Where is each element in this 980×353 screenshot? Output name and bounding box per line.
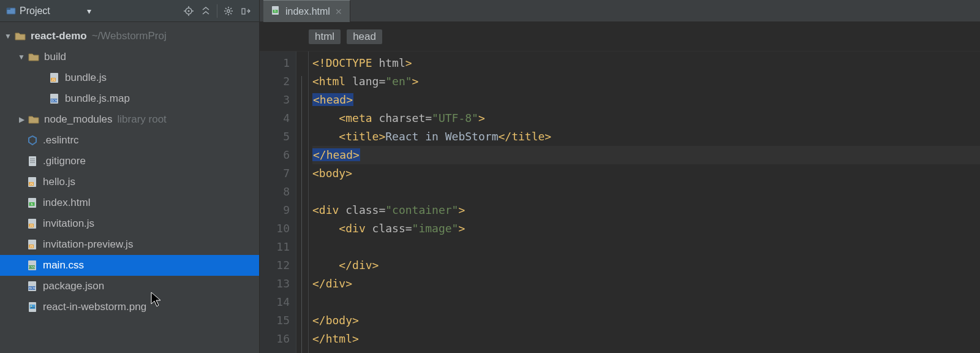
- code-line[interactable]: <!DOCTYPE html>: [312, 54, 980, 72]
- code-line[interactable]: [312, 238, 980, 256]
- gear-icon[interactable]: [220, 2, 237, 20]
- code-line[interactable]: <body>: [312, 164, 980, 183]
- tree-item-label: invitation-preview.js: [43, 238, 133, 251]
- tree-file[interactable]: hindex.html: [0, 192, 259, 213]
- svg-line-16: [230, 8, 232, 9]
- fold-gutter: [296, 51, 309, 353]
- svg-text:CSS: CSS: [29, 265, 36, 269]
- line-number: 14: [260, 293, 290, 311]
- svg-rect-27: [29, 156, 36, 166]
- tree-item-label: main.css: [43, 259, 84, 271]
- tree-folder[interactable]: ▶node_moduleslibrary root: [0, 109, 259, 130]
- tree-file[interactable]: JSONpackage.json: [0, 276, 259, 297]
- editor-tab[interactable]: h index.html ✕: [263, 0, 350, 22]
- line-number: 1: [260, 54, 290, 72]
- tree-file[interactable]: .gitignore: [0, 151, 259, 172]
- line-number: 7: [260, 164, 290, 183]
- js-file-icon: JS: [26, 217, 39, 230]
- code-line[interactable]: <head>: [312, 91, 980, 109]
- tree-root-name: react-demo: [31, 30, 87, 42]
- ring-file-icon: [26, 134, 39, 147]
- svg-text:JS: JS: [29, 245, 34, 248]
- svg-point-8: [227, 9, 230, 12]
- editor-tab-label: index.html: [285, 6, 330, 17]
- svg-point-51: [31, 306, 32, 307]
- close-icon[interactable]: ✕: [335, 7, 342, 17]
- tree-root[interactable]: ▼ react-demo ~/WebstormProj: [0, 26, 259, 47]
- line-number: 5: [260, 127, 290, 146]
- svg-text:JS: JS: [51, 78, 56, 82]
- line-number: 9: [260, 201, 290, 219]
- code-line[interactable]: <div class="image">: [312, 219, 980, 238]
- html-file-icon: h: [271, 6, 281, 17]
- tree-item-label: .eslintrc: [43, 134, 79, 146]
- folder-icon: [13, 29, 27, 43]
- code-line[interactable]: </div>: [312, 256, 980, 275]
- svg-text:h: h: [274, 9, 276, 13]
- line-number: 16: [260, 330, 290, 348]
- tree-item-label: index.html: [43, 197, 90, 209]
- line-number: 2: [260, 72, 290, 91]
- tree-file[interactable]: CSSmain.css: [0, 255, 259, 276]
- code-line[interactable]: [312, 293, 980, 311]
- tree-file[interactable]: JShello.js: [0, 172, 259, 192]
- code-line[interactable]: </div>: [312, 275, 980, 293]
- svg-text:h: h: [31, 202, 32, 206]
- html-file-icon: h: [26, 196, 39, 210]
- code-line[interactable]: <title>React in WebStorm</title>: [312, 127, 980, 146]
- folder-icon: [27, 113, 40, 126]
- breadcrumb-item[interactable]: head: [347, 29, 382, 44]
- code-editor[interactable]: 12345678910111213141516 <!DOCTYPE html><…: [260, 51, 980, 353]
- breadcrumb-bar: html head: [260, 22, 980, 51]
- code-content[interactable]: <!DOCTYPE html><html lang="en"><head> <m…: [309, 51, 980, 353]
- tree-item-hint: library root: [118, 113, 167, 126]
- line-number: 6: [260, 146, 290, 164]
- json-file-icon: JSON: [26, 279, 39, 293]
- code-line[interactable]: [312, 183, 980, 201]
- project-tool-header: Project ▾: [0, 0, 260, 21]
- tree-file[interactable]: JSinvitation.js: [0, 213, 259, 234]
- tree-item-label: bundle.js: [65, 72, 107, 84]
- svg-line-14: [230, 13, 232, 14]
- hide-panel-icon[interactable]: [237, 2, 254, 20]
- project-view-dropdown-icon[interactable]: ▾: [87, 6, 91, 16]
- js-file-icon: JS: [26, 175, 39, 189]
- svg-text:JS: JS: [29, 224, 34, 227]
- css-file-icon: CSS: [26, 259, 39, 272]
- code-line[interactable]: <meta charset="UTF-8">: [312, 109, 980, 127]
- code-line[interactable]: </html>: [312, 330, 980, 348]
- tree-file[interactable]: JSbundle.js: [0, 67, 259, 88]
- editor-area: html head 12345678910111213141516 <!DOCT…: [260, 22, 980, 353]
- code-line[interactable]: </body>: [312, 311, 980, 330]
- svg-line-13: [225, 8, 227, 9]
- js-file-icon: JS: [26, 238, 39, 251]
- svg-rect-17: [242, 9, 245, 14]
- image-file-icon: [26, 300, 39, 314]
- tree-file[interactable]: JSinvitation-preview.js: [0, 234, 259, 255]
- code-line[interactable]: </head>: [312, 146, 980, 164]
- folder-icon: [27, 50, 40, 64]
- chevron-down-icon[interactable]: ▼: [16, 53, 27, 61]
- chevron-right-icon[interactable]: ▶: [16, 115, 27, 124]
- collapse-all-icon[interactable]: [197, 2, 214, 20]
- tree-item-label: node_modules: [44, 113, 113, 126]
- svg-text:JSON: JSON: [50, 99, 58, 102]
- breadcrumb-item[interactable]: html: [309, 29, 341, 44]
- line-number: 11: [260, 238, 290, 256]
- svg-line-15: [225, 13, 227, 14]
- code-line[interactable]: <html lang="en">: [312, 72, 980, 91]
- line-number: 3: [260, 91, 290, 109]
- tree-folder[interactable]: ▼build: [0, 47, 259, 67]
- code-line[interactable]: <div class="container">: [312, 201, 980, 219]
- tree-file[interactable]: JSONbundle.js.map: [0, 88, 259, 109]
- line-number: 4: [260, 109, 290, 127]
- line-number: 10: [260, 219, 290, 238]
- tree-file[interactable]: react-in-webstorm.png: [0, 297, 259, 317]
- json-file-icon: JSON: [48, 92, 61, 105]
- tree-item-label: .gitignore: [43, 155, 86, 167]
- tree-root-path: ~/WebstormProj: [92, 30, 167, 42]
- tree-item-label: react-in-webstorm.png: [43, 301, 146, 313]
- tree-file[interactable]: .eslintrc: [0, 130, 259, 151]
- chevron-down-icon[interactable]: ▼: [2, 32, 13, 40]
- locate-icon[interactable]: [180, 2, 197, 20]
